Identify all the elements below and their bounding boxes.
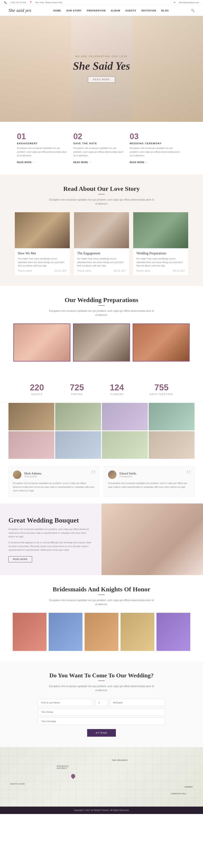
- counter-guests: 220 GUESTS: [30, 383, 44, 396]
- counter-flowers: 124 FLOWERS: [110, 383, 124, 396]
- rsvp-name-input[interactable]: [38, 699, 93, 706]
- cards-grid: How We Met No matter how many weddings y…: [8, 212, 195, 275]
- rsvp-number-input[interactable]: [95, 699, 108, 706]
- stat-title-1: ENGAGEMENT: [17, 142, 67, 145]
- rsvp-desc: Excepteur sint occaecat cupidatat non qu…: [48, 684, 155, 692]
- testimonial-author-1: Mark Addams, Photographer: [13, 470, 95, 479]
- rsvp-message-input[interactable]: [38, 718, 165, 725]
- stat-number-1: 01: [17, 132, 67, 141]
- love-story-section: Read About Our Love Story Excepteur sint…: [0, 175, 203, 286]
- email-icon: ✉: [174, 1, 175, 4]
- nav-guests[interactable]: GUESTS: [125, 9, 136, 12]
- rsvp-title: Do You Want To Come To Our Wedding?: [17, 672, 186, 679]
- stat-item-ceremony: 03 WEDDING CEREMONY Excepteur sint occae…: [130, 132, 186, 164]
- bouquet-section: Great Wedding Bouquet Excepteur sint occ…: [0, 503, 203, 575]
- map-label-vinegar-hill: VINEGAR HILL: [171, 793, 187, 795]
- card-author-1: Post by: admin: [18, 270, 32, 272]
- prep-img-gift: [73, 323, 130, 362]
- mosaic-img-1: [8, 403, 54, 430]
- card-img-1: [15, 212, 70, 248]
- bridesmaids-section: Bridesmaids And Knights Of Honor Excepte…: [0, 575, 203, 661]
- card-title-3: Wedding Preparations: [136, 251, 185, 255]
- phone-number: (+94) 742 323 424: [10, 1, 26, 4]
- testimonial-name-1: Mark Addams, Photographer: [24, 472, 42, 477]
- counter-days: 755 DAYS TOGETHER: [150, 383, 173, 396]
- card-date-3: Oct 16, 2017: [173, 270, 185, 272]
- stat-readmore-2[interactable]: READ MORE: [73, 161, 91, 163]
- mosaic-img-7: [102, 431, 148, 459]
- hero-content: WE ARE CELEBRATING OUR LOVE She Said Yes…: [73, 55, 130, 83]
- counter-num-days: 755: [150, 383, 173, 392]
- bouquet-read-more-button[interactable]: READ MORE: [8, 556, 32, 562]
- testimonials-section: " Mark Addams, Photographer Excepteur si…: [0, 460, 203, 503]
- phone-icon: 📞: [4, 1, 7, 4]
- counter-label-guests: GUESTS: [30, 393, 44, 396]
- map-label-dumbo: DUMBO: [184, 786, 193, 788]
- mosaic-img-8: [149, 431, 195, 459]
- card-meta-2: Post by: admin Oct 23, 2017: [77, 270, 126, 272]
- quote-mark-1: ": [91, 468, 96, 481]
- stat-readmore-3[interactable]: READ MORE: [130, 161, 147, 163]
- stat-readmore-1[interactable]: READ MORE: [17, 161, 35, 163]
- top-bar: 📞 (+94) 742 323 424 📍 New York, Thomas N…: [0, 0, 203, 5]
- card-date-2: Oct 23, 2017: [114, 270, 126, 272]
- preparations-section: Our Wedding Preparations Excepteur sint …: [0, 286, 203, 378]
- testimonial-text-2: Consectetur sint occaecat cupidatat non …: [108, 482, 190, 489]
- preparations-title: Our Wedding Preparations: [8, 296, 195, 304]
- card-img-3: [133, 212, 188, 248]
- site-logo[interactable]: She said yes: [8, 8, 31, 13]
- mosaic-img-6: [55, 431, 101, 459]
- stat-title-3: WEDDING CEREMONY: [130, 142, 180, 145]
- hero-section: WE ARE CELEBRATING OUR LOVE She Said Yes…: [0, 16, 203, 122]
- card-date-1: Oct 23, 2017: [55, 270, 67, 272]
- location-text: New York, Thomas Nester 6322: [35, 1, 63, 4]
- footer: Copyright © 2017 by Wedish Themes. All R…: [0, 807, 203, 814]
- card-preparations: Wedding Preparations No matter how many …: [133, 212, 188, 275]
- card-img-2: [74, 212, 129, 248]
- preparations-divider: [98, 305, 105, 306]
- stats-section: 01 ENGAGEMENT Excepteur sint occaecat cu…: [0, 122, 203, 175]
- footer-text: Copyright © 2017 by Wedish Themes. All R…: [74, 809, 129, 811]
- nav-preparation[interactable]: PREPARATION: [87, 9, 106, 12]
- search-icon[interactable]: 🔍: [191, 9, 195, 12]
- card-meta-3: Post by: admin Oct 16, 2017: [136, 270, 185, 272]
- stat-number-2: 02: [73, 132, 124, 141]
- counter-photos: 725 PHOTOS: [70, 383, 84, 396]
- stat-item-savedate: 02 SAVE THE DATE Excepteur sint occaecat…: [73, 132, 130, 164]
- nav-our-story[interactable]: OUR STORY: [66, 9, 82, 12]
- hero-read-more-button[interactable]: READ MORE: [88, 76, 115, 83]
- email-text: office@shesaidyes.com: [179, 1, 199, 4]
- love-story-divider: [98, 194, 105, 194]
- mosaic-img-4: [149, 403, 195, 430]
- nav-album[interactable]: ALBUM: [111, 9, 120, 12]
- quote-mark-2: ": [186, 468, 191, 481]
- prep-grid: [8, 323, 195, 362]
- nav-blog[interactable]: BLOG: [161, 9, 169, 12]
- testimonial-author-2: Eduard Smith, Photographer: [108, 470, 190, 479]
- stat-desc-1: Excepteur sint occaecat cupidatat non qu…: [17, 146, 67, 158]
- bridesmaid-img-3: [84, 613, 119, 651]
- card-title-1: How We Met: [18, 251, 67, 255]
- rsvp-section: Do You Want To Come To Our Wedding? Exce…: [0, 661, 203, 747]
- testimonial-text-1: Excepteur sint occaecat cupidatat non pr…: [13, 482, 95, 493]
- bouquet-image: [102, 503, 203, 575]
- card-how-we-met: How We Met No matter how many weddings y…: [15, 212, 70, 275]
- card-author-3: Post by: admin: [136, 270, 150, 272]
- rsvp-group-input[interactable]: [38, 708, 165, 715]
- rsvp-attend-button[interactable]: ATTEND: [87, 729, 116, 737]
- rsvp-event-select[interactable]: All Event Ceremony Reception: [110, 699, 165, 706]
- hero-title: She Said Yes: [73, 60, 130, 72]
- bouquet-title: Great Wedding Bouquet: [8, 516, 93, 524]
- mosaic-img-2: [55, 403, 101, 430]
- stat-desc-2: Excepteur sint occaecat cupidatat non qu…: [73, 146, 124, 158]
- nav-home[interactable]: HOME: [53, 9, 61, 12]
- map-label-south-cove: SOUTH COVE: [10, 783, 25, 785]
- nav-invitation[interactable]: INVITATION: [141, 9, 156, 12]
- card-body-3: Wedding Preparations No matter how many …: [133, 248, 188, 275]
- testimonial-role-1: Photographer: [24, 475, 42, 477]
- prep-img-cake: [133, 323, 190, 362]
- counter-label-flowers: FLOWERS: [110, 393, 124, 396]
- rsvp-row-2: [38, 708, 165, 715]
- card-text-2: No matter how many weddings you've atten…: [77, 257, 126, 268]
- counter-label-days: DAYS TOGETHER: [150, 393, 173, 396]
